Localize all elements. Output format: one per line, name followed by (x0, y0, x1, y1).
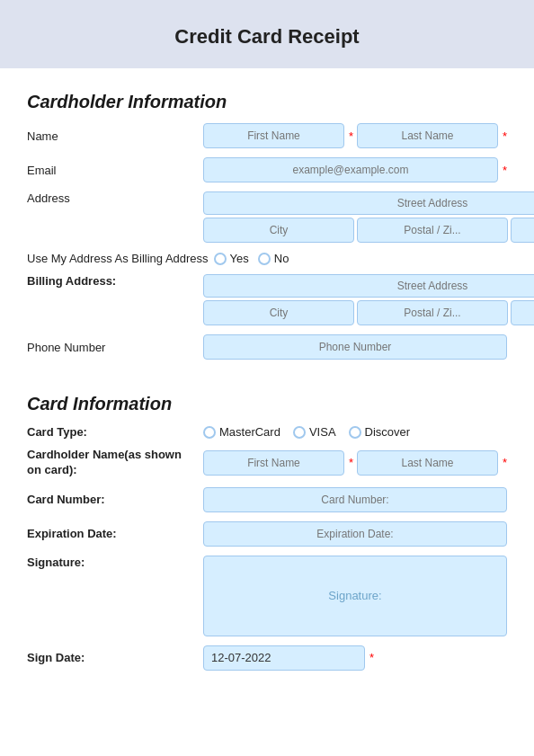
phone-input[interactable] (203, 334, 507, 360)
card-type-row: Card Type: MasterCard VISA Discover (27, 425, 507, 439)
billing-city-input[interactable] (203, 300, 354, 325)
phone-fields (203, 334, 507, 360)
mastercard-option[interactable]: MasterCard (203, 425, 280, 439)
first-name-required: * (349, 129, 353, 143)
sign-date-row: Sign Date: * (27, 645, 507, 671)
visa-option[interactable]: VISA (293, 425, 336, 439)
email-required: * (503, 164, 507, 177)
expiration-row: Expiration Date: (27, 521, 507, 547)
last-name-required: * (503, 129, 507, 143)
section-divider (27, 369, 507, 387)
sign-date-input[interactable] (203, 645, 365, 671)
billing-address-row: Billing Address: (27, 274, 507, 325)
page: Credit Card Receipt Cardholder Informati… (0, 0, 534, 756)
signature-placeholder: Signature: (328, 589, 381, 602)
cardholder-first-required: * (349, 456, 353, 469)
name-fields: * * (203, 123, 507, 148)
cardholder-last-input[interactable] (357, 450, 498, 476)
billing-toggle-row: Use My Address As Billing Address Yes No (27, 252, 507, 265)
page-header: Credit Card Receipt (0, 0, 534, 68)
expiration-input[interactable] (203, 521, 507, 547)
billing-radio-group: Yes No (214, 252, 289, 265)
billing-toggle-label: Use My Address As Billing Address (27, 252, 209, 265)
no-label: No (274, 252, 289, 265)
sign-date-fields: * (203, 645, 374, 671)
address-label: Address (27, 191, 198, 205)
yes-label: Yes (230, 252, 249, 265)
sign-date-label: Sign Date: (27, 651, 198, 664)
yes-radio[interactable] (214, 253, 227, 265)
address-row: Address (27, 191, 507, 243)
cardholder-first-input[interactable] (203, 450, 344, 476)
card-number-input[interactable] (203, 487, 507, 512)
card-type-label: Card Type: (27, 425, 198, 439)
street-input[interactable] (203, 191, 534, 215)
cardholder-section-title: Cardholder Information (27, 92, 507, 112)
billing-state-input[interactable] (511, 300, 534, 325)
page-title: Credit Card Receipt (18, 25, 516, 49)
card-type-group: MasterCard VISA Discover (203, 425, 410, 439)
name-label: Name (27, 129, 198, 143)
phone-row: Phone Number (27, 334, 507, 360)
no-radio[interactable] (258, 253, 271, 265)
card-number-row: Card Number: (27, 487, 507, 512)
cardholder-last-required: * (503, 456, 507, 469)
name-row: Name * * (27, 123, 507, 148)
cardholder-name-label: Cardholder Name(as shown on card): (27, 448, 198, 478)
address-block (203, 191, 534, 243)
cardholder-name-row: Cardholder Name(as shown on card): * * (27, 448, 507, 478)
email-row: Email * (27, 157, 507, 182)
no-option[interactable]: No (258, 252, 289, 265)
email-fields: * (203, 157, 507, 182)
yes-option[interactable]: Yes (214, 252, 249, 265)
signature-box[interactable]: Signature: (203, 556, 507, 636)
expiration-label: Expiration Date: (27, 527, 198, 540)
billing-address-block (203, 274, 534, 325)
card-section-title: Card Information (27, 394, 507, 414)
signature-row: Signature: Signature: (27, 556, 507, 636)
expiration-fields (203, 521, 507, 547)
first-name-input[interactable] (203, 123, 344, 148)
form-content: Cardholder Information Name * * Email * … (0, 68, 534, 707)
address-sub-row (203, 218, 534, 243)
billing-address-label: Billing Address: (27, 274, 198, 288)
card-number-fields (203, 487, 507, 512)
visa-label: VISA (309, 425, 336, 439)
postal-input[interactable] (357, 218, 508, 243)
billing-street-input[interactable] (203, 274, 534, 298)
email-label: Email (27, 164, 198, 177)
billing-postal-input[interactable] (357, 300, 508, 325)
signature-label: Signature: (27, 556, 198, 569)
state-input[interactable] (511, 218, 534, 243)
email-input[interactable] (203, 157, 498, 182)
discover-radio[interactable] (349, 426, 361, 439)
visa-radio[interactable] (293, 426, 306, 439)
city-input[interactable] (203, 218, 354, 243)
card-number-label: Card Number: (27, 493, 198, 506)
cardholder-name-fields: * * (203, 450, 507, 476)
phone-label: Phone Number (27, 341, 198, 354)
discover-label: Discover (365, 425, 411, 439)
last-name-input[interactable] (357, 123, 498, 148)
mastercard-label: MasterCard (219, 425, 280, 439)
mastercard-radio[interactable] (203, 426, 216, 439)
billing-address-sub-row (203, 300, 534, 325)
sign-date-required: * (369, 651, 374, 664)
discover-option[interactable]: Discover (349, 425, 411, 439)
